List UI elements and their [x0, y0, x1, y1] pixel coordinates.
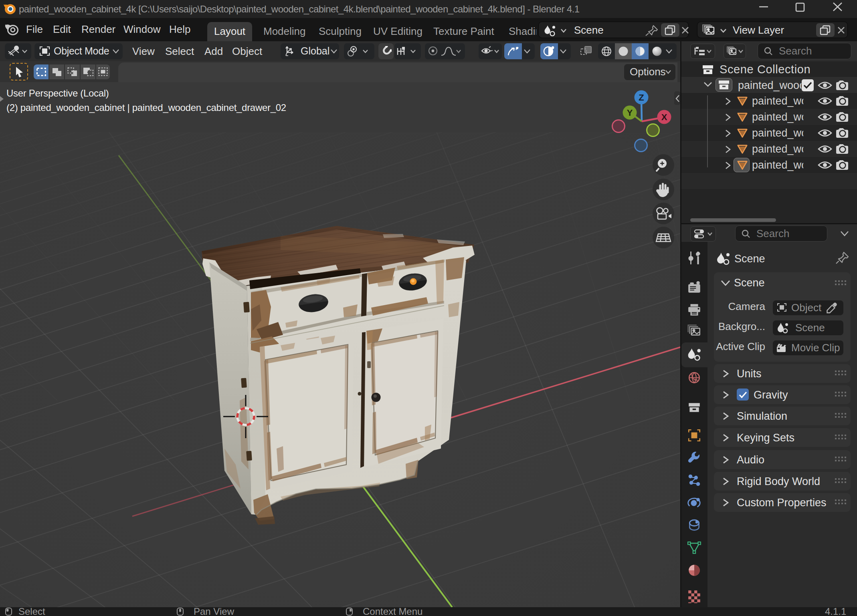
svg-text:Y: Y: [627, 108, 633, 118]
svg-text:(2) painted_wooden_cabinet | p: (2) painted_wooden_cabinet | painted_woo…: [6, 102, 286, 113]
svg-text:User Perspective (Local): User Perspective (Local): [6, 88, 109, 99]
svg-text:Z: Z: [639, 93, 644, 103]
svg-text:X: X: [661, 112, 667, 122]
